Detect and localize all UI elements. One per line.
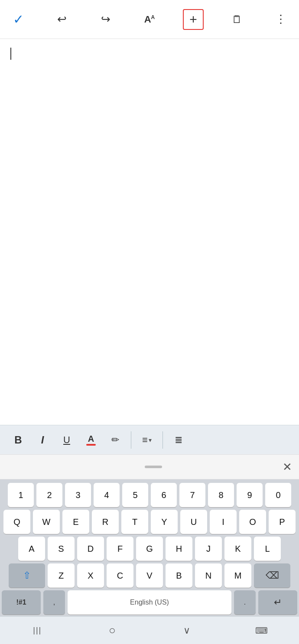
key-4[interactable]: 4 xyxy=(94,483,120,507)
list-icon: ≣ xyxy=(175,434,182,446)
back-button[interactable]: ||| xyxy=(22,620,52,641)
period-button[interactable]: . xyxy=(234,590,256,615)
plus-icon: + xyxy=(189,12,197,27)
align-icon: ≡ ▾ xyxy=(142,434,152,446)
qwerty-row: Q W E R T Y U I O P xyxy=(2,510,297,534)
space-label: English (US) xyxy=(130,599,169,606)
key-n[interactable]: N xyxy=(195,563,222,588)
more-button[interactable]: ⋮ xyxy=(270,9,291,30)
key-0[interactable]: 0 xyxy=(265,483,291,507)
close-suggestions-button[interactable]: ✕ xyxy=(283,460,292,474)
check-button[interactable]: ✓ xyxy=(8,9,29,30)
period-label: . xyxy=(244,599,246,606)
underline-button[interactable]: U xyxy=(55,430,78,450)
key-b[interactable]: B xyxy=(166,563,192,588)
home-button[interactable]: ○ xyxy=(97,620,127,641)
add-button[interactable]: + xyxy=(183,9,204,30)
highlight-button[interactable]: ✏ xyxy=(104,430,127,450)
key-x[interactable]: X xyxy=(77,563,104,588)
back-icon: ||| xyxy=(33,626,42,635)
undo-icon: ↩ xyxy=(57,13,67,26)
key-u[interactable]: U xyxy=(180,510,207,534)
enter-button[interactable]: ↵ xyxy=(258,590,297,615)
key-d[interactable]: D xyxy=(77,537,104,561)
text-format-button[interactable]: AA xyxy=(139,9,160,30)
text-color-button[interactable]: A xyxy=(80,430,102,450)
bold-button[interactable]: B xyxy=(7,430,29,450)
key-e[interactable]: E xyxy=(62,510,89,534)
comma-label: , xyxy=(53,599,55,606)
key-h[interactable]: H xyxy=(166,537,192,561)
backspace-button[interactable]: ⌫ xyxy=(254,563,290,588)
key-o[interactable]: O xyxy=(239,510,266,534)
toolbar-divider xyxy=(131,431,131,449)
key-8[interactable]: 8 xyxy=(208,483,234,507)
key-l[interactable]: L xyxy=(254,537,281,561)
key-1[interactable]: 1 xyxy=(8,483,34,507)
key-q[interactable]: Q xyxy=(3,510,30,534)
asdf-row: A S D F G H J K L xyxy=(2,537,297,561)
text-format-icon: AA xyxy=(144,14,155,25)
redo-button[interactable]: ↪ xyxy=(95,9,116,30)
recent-button[interactable]: ∨ xyxy=(172,620,202,641)
keyboard-toggle-button[interactable]: ⌨ xyxy=(247,620,277,641)
key-z[interactable]: Z xyxy=(48,563,75,588)
list-button[interactable]: ≣ xyxy=(167,430,190,450)
key-m[interactable]: M xyxy=(224,563,251,588)
suggestion-bar: ✕ xyxy=(0,454,299,479)
italic-button[interactable]: I xyxy=(31,430,54,450)
key-j[interactable]: J xyxy=(195,537,222,561)
key-9[interactable]: 9 xyxy=(237,483,263,507)
bold-icon: B xyxy=(14,434,22,446)
backspace-icon: ⌫ xyxy=(266,570,279,581)
redo-icon: ↪ xyxy=(101,13,110,26)
key-k[interactable]: K xyxy=(224,537,251,561)
number-row: 1 2 3 4 5 6 7 8 9 0 xyxy=(2,483,297,507)
format-toolbar: B I U A ✏ ≡ ▾ ≣ xyxy=(0,425,299,454)
recent-icon: ∨ xyxy=(183,625,190,636)
key-g[interactable]: G xyxy=(136,537,163,561)
keyboard-icon: ⌨ xyxy=(255,625,268,636)
bottom-nav: ||| ○ ∨ ⌨ xyxy=(0,616,299,644)
home-icon: ○ xyxy=(109,624,116,637)
key-y[interactable]: Y xyxy=(151,510,178,534)
key-7[interactable]: 7 xyxy=(179,483,205,507)
close-icon: ✕ xyxy=(283,460,292,473)
text-color-icon: A xyxy=(86,434,96,446)
comment-button[interactable]: 🗒 xyxy=(227,9,247,30)
key-2[interactable]: 2 xyxy=(36,483,62,507)
key-f[interactable]: F xyxy=(107,537,133,561)
key-c[interactable]: C xyxy=(107,563,133,588)
key-t[interactable]: T xyxy=(121,510,148,534)
key-6[interactable]: 6 xyxy=(151,483,177,507)
zxcv-row: ⇧ Z X C V B N M ⌫ xyxy=(2,563,297,588)
check-icon: ✓ xyxy=(13,12,24,27)
comma-button[interactable]: , xyxy=(43,590,65,615)
italic-icon: I xyxy=(41,434,44,446)
toolbar-divider-2 xyxy=(162,431,163,449)
key-i[interactable]: I xyxy=(210,510,237,534)
text-cursor xyxy=(10,48,11,60)
shift-button[interactable]: ⇧ xyxy=(9,563,45,588)
top-toolbar: ✓ ↩ ↪ AA + 🗒 ⋮ xyxy=(0,0,299,39)
key-s[interactable]: S xyxy=(48,537,75,561)
shift-icon: ⇧ xyxy=(23,570,31,581)
key-r[interactable]: R xyxy=(92,510,119,534)
bottom-row: !#1 , English (US) . ↵ xyxy=(2,590,297,615)
symbols-button[interactable]: !#1 xyxy=(2,590,41,615)
key-w[interactable]: W xyxy=(33,510,60,534)
enter-icon: ↵ xyxy=(274,597,282,608)
key-a[interactable]: A xyxy=(18,537,45,561)
suggestion-handle[interactable] xyxy=(145,466,162,468)
key-v[interactable]: V xyxy=(136,563,163,588)
pen-icon: ✏ xyxy=(111,434,119,446)
undo-button[interactable]: ↩ xyxy=(52,9,72,30)
key-5[interactable]: 5 xyxy=(122,483,148,507)
comment-icon: 🗒 xyxy=(232,13,242,26)
editor-area[interactable] xyxy=(0,39,299,425)
space-button[interactable]: English (US) xyxy=(68,590,231,615)
more-icon: ⋮ xyxy=(275,13,286,26)
key-3[interactable]: 3 xyxy=(65,483,91,507)
key-p[interactable]: P xyxy=(269,510,296,534)
align-button[interactable]: ≡ ▾ xyxy=(136,430,158,450)
